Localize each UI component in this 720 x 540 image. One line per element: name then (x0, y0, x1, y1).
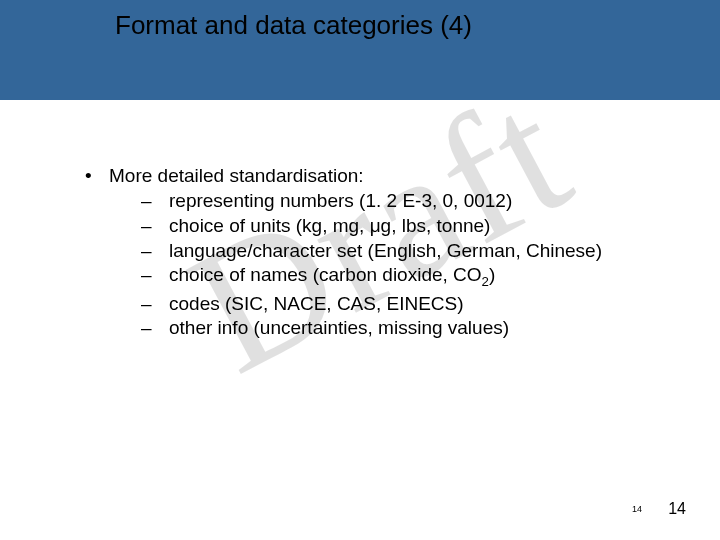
dash-icon: – (141, 189, 169, 213)
list-item: – codes (SIC, NACE, CAS, EINECS) (141, 292, 675, 316)
dash-icon: – (141, 263, 169, 287)
list-item-text: choice of units (kg, mg, μg, lbs, tonne) (169, 214, 490, 238)
list-item-text: codes (SIC, NACE, CAS, EINECS) (169, 292, 464, 316)
dash-icon: – (141, 214, 169, 238)
page-number-large: 14 (668, 500, 686, 518)
page-number-small: 14 (632, 504, 642, 514)
list-item: – other info (uncertainties, missing val… (141, 316, 675, 340)
sub-list: – representing numbers (1. 2 E-3, 0, 001… (141, 189, 675, 340)
main-bullet: • More detailed standardisation: (85, 165, 675, 187)
list-item: – choice of units (kg, mg, μg, lbs, tonn… (141, 214, 675, 238)
dash-icon: – (141, 316, 169, 340)
content-area: • More detailed standardisation: – repre… (85, 165, 675, 341)
list-item: – choice of names (carbon dioxide, CO2) (141, 263, 675, 290)
list-item-text: language/character set (English, German,… (169, 239, 602, 263)
list-item-text: choice of names (carbon dioxide, CO2) (169, 263, 495, 290)
dash-icon: – (141, 239, 169, 263)
list-item-text: representing numbers (1. 2 E-3, 0, 0012) (169, 189, 512, 213)
list-item: – language/character set (English, Germa… (141, 239, 675, 263)
list-item: – representing numbers (1. 2 E-3, 0, 001… (141, 189, 675, 213)
main-bullet-text: More detailed standardisation: (109, 165, 364, 187)
slide: Format and data categories (4) Draft • M… (0, 0, 720, 540)
slide-title: Format and data categories (4) (115, 10, 472, 41)
dash-icon: – (141, 292, 169, 316)
list-item-text: other info (uncertainties, missing value… (169, 316, 509, 340)
bullet-icon: • (85, 165, 109, 187)
